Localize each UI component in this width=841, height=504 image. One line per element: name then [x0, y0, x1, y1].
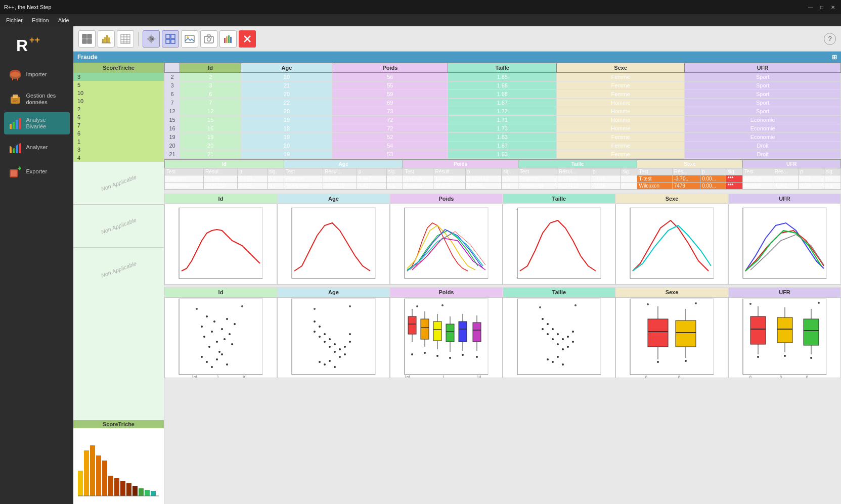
table-row[interactable]: 6 6 20 59 1.68 Femme Sport [165, 90, 841, 99]
table-row[interactable]: 19 19 19 52 1.63 Femme Economie [165, 133, 841, 142]
svg-point-106 [206, 361, 208, 363]
svg-text:1q1: 1q1 [405, 375, 411, 379]
svg-rect-70 [179, 208, 262, 279]
stats-col-ufr: UFR [742, 160, 840, 168]
svg-text:-: - [516, 207, 518, 211]
svg-point-129 [339, 356, 341, 358]
boxplot-label-ufr: UFR [728, 287, 841, 297]
svg-rect-61 [108, 476, 113, 496]
toolbar-chart-button[interactable] [219, 30, 237, 48]
toolbar-camera-button[interactable] [200, 30, 217, 48]
toolbar-image-button[interactable] [181, 30, 198, 48]
svg-rect-45 [185, 35, 194, 42]
svg-rect-51 [226, 36, 228, 43]
menu-fichier[interactable]: Fichier [2, 16, 27, 24]
density-chart-taille: - - [503, 204, 615, 285]
col-header-age: Age [241, 63, 332, 73]
importer-label: Importer [26, 71, 47, 78]
histogram-chart [73, 428, 164, 504]
non-applicable-3: Non Applicable [73, 248, 164, 291]
toolbar-grid-button[interactable] [78, 30, 96, 48]
score-item-2[interactable]: 10 [73, 89, 164, 97]
data-table-container[interactable]: Id Age Poids Taille Sexe UFR [164, 63, 841, 159]
svg-point-138 [334, 366, 336, 368]
svg-rect-79 [517, 208, 601, 279]
sidebar-item-analyser[interactable]: Analyser [4, 136, 70, 159]
score-item-4[interactable]: 2 [73, 105, 164, 113]
score-item-7[interactable]: 6 [73, 129, 164, 138]
toolbar-table-button[interactable] [117, 30, 134, 48]
svg-rect-210 [676, 320, 696, 347]
close-button[interactable]: ✕ [829, 3, 837, 11]
svg-rect-157 [446, 324, 454, 342]
svg-rect-63 [120, 481, 125, 496]
table-row[interactable]: 21 21 19 53 1.63 Femme Droit [165, 150, 841, 159]
svg-point-194 [572, 341, 574, 343]
density-label-age: Age [277, 194, 390, 204]
help-button[interactable]: ? [824, 33, 836, 45]
boxplot-sexe: 8 8 [615, 297, 728, 378]
table-row[interactable]: 7 7 22 69 1.67 Homme Sport [165, 99, 841, 107]
svg-point-48 [207, 37, 211, 41]
svg-rect-227 [777, 317, 792, 343]
svg-rect-12 [13, 122, 15, 129]
svg-rect-161 [459, 322, 467, 342]
svg-text:1i1: 1i1 [477, 375, 481, 379]
score-item-10[interactable]: 4 [73, 154, 164, 162]
sidebar-item-gestion[interactable]: Gestion desdonnées [4, 88, 70, 110]
table-row[interactable]: 20 20 20 54 1.67 Femme Droit [165, 142, 841, 150]
svg-rect-181 [517, 299, 601, 375]
svg-point-100 [224, 338, 226, 340]
table-row[interactable]: 16 16 18 72 1.73 Homme Economie [165, 124, 841, 133]
menu-aide[interactable]: Aide [54, 16, 73, 24]
toolbar-grid2-button[interactable] [162, 30, 179, 48]
sidebar-item-importer[interactable]: Importer [4, 64, 70, 86]
data-table: Id Age Poids Taille Sexe UFR [164, 63, 841, 159]
score-item-0[interactable]: 3 [73, 73, 164, 81]
svg-rect-90 [179, 299, 262, 375]
menubar: Fichier Edition Aide [0, 14, 841, 26]
svg-rect-28 [102, 39, 104, 43]
toolbar-chart-bar-button[interactable] [98, 30, 115, 48]
menu-edition[interactable]: Edition [28, 16, 53, 24]
svg-rect-25 [87, 34, 92, 38]
score-item-5[interactable]: 6 [73, 113, 164, 121]
panel-expand-icon[interactable]: ⊞ [832, 54, 837, 61]
boxplot-taille [503, 297, 615, 378]
maximize-button[interactable]: □ [818, 3, 826, 11]
svg-text:R: R [16, 36, 28, 55]
svg-point-110 [226, 363, 228, 365]
sidebar-item-analyse[interactable]: AnalyseBivariée [4, 112, 70, 134]
svg-point-108 [221, 353, 223, 355]
toolbar-settings-button[interactable] [143, 30, 160, 48]
table-row[interactable]: 15 15 19 72 1.71 Homme Economie [165, 116, 841, 124]
score-item-9[interactable]: 3 [73, 146, 164, 154]
toolbar-close-button[interactable] [239, 30, 256, 48]
main-layout: R ++ Importer [0, 26, 841, 504]
table-row[interactable]: 2 2 20 56 1.65 Femme Sport [165, 73, 841, 81]
score-item-6[interactable]: 7 [73, 121, 164, 129]
table-row[interactable]: 12 12 20 73 1.72 Homme Sport [165, 107, 841, 116]
density-chart-sexe [615, 204, 728, 285]
score-item-3[interactable]: 10 [73, 97, 164, 105]
density-chart-id [164, 204, 277, 285]
toolbar-separator-1 [138, 32, 139, 46]
svg-point-189 [557, 333, 559, 335]
svg-point-236 [810, 357, 812, 359]
svg-text:++: ++ [29, 35, 40, 45]
svg-point-198 [557, 356, 559, 358]
density-label-taille: Taille [503, 194, 615, 204]
svg-point-216 [695, 302, 697, 304]
content-scroll[interactable]: Id Age Poids Taille Sexe UFR [164, 63, 841, 504]
minimize-button[interactable]: — [807, 3, 815, 11]
svg-text:1q1: 1q1 [192, 375, 198, 379]
svg-rect-29 [104, 37, 106, 43]
table-row[interactable]: 3 3 21 55 1.66 Femme Sport [165, 81, 841, 90]
svg-rect-56 [78, 471, 83, 496]
svg-point-123 [324, 341, 326, 343]
boxplot-label-poids: Poids [390, 287, 503, 297]
score-item-1[interactable]: 5 [73, 81, 164, 89]
svg-point-125 [329, 346, 331, 348]
sidebar-item-exporter[interactable]: Exporter [4, 161, 70, 183]
score-item-8[interactable]: 1 [73, 138, 164, 146]
